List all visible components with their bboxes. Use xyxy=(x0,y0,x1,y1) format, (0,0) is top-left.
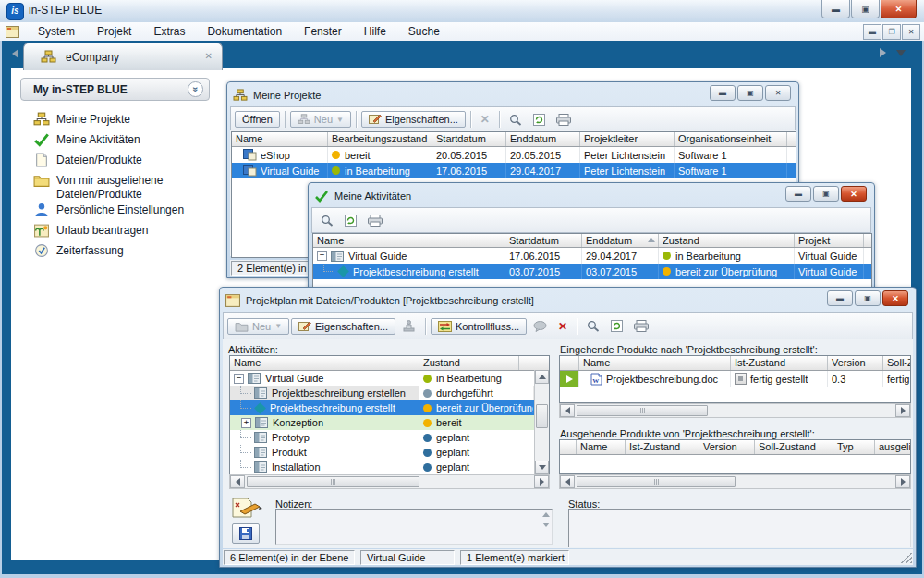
horizontal-scrollbar[interactable] xyxy=(229,474,550,489)
tree-row[interactable]: Projektbeschreibung erstellen durchgefüh… xyxy=(230,386,549,400)
properties-button[interactable]: Eigenschaften... xyxy=(291,318,395,335)
tree-row[interactable]: Prototyp geplant xyxy=(230,430,549,445)
controlflow-button[interactable]: Kontrollfluss... xyxy=(431,318,527,335)
new-button[interactable]: Neu▼ xyxy=(227,318,289,335)
print-icon[interactable] xyxy=(629,317,653,335)
column-header[interactable]: Startdatum xyxy=(432,132,506,146)
sidebar-item-persoenliche-einstellungen[interactable]: Persönliche Einstellungen xyxy=(33,202,209,222)
column-header[interactable]: Projekt xyxy=(795,234,864,247)
tab-close-icon[interactable]: ✕ xyxy=(205,51,213,61)
close-button[interactable]: ✕ xyxy=(765,85,791,101)
refresh-icon[interactable] xyxy=(606,317,627,335)
open-button[interactable]: Öffnen xyxy=(235,111,280,128)
collapse-chevron-icon[interactable]: » xyxy=(188,81,203,97)
menu-dokumentation[interactable]: Dokumentation xyxy=(196,23,293,40)
column-header[interactable]: Organisationseinheit xyxy=(675,132,787,146)
properties-button[interactable]: Eigenschaften... xyxy=(361,111,466,128)
menu-projekt[interactable]: Projekt xyxy=(86,23,142,40)
close-button[interactable]: ✕ xyxy=(882,290,908,306)
column-header[interactable]: Name xyxy=(313,234,505,247)
horizontal-scrollbar[interactable] xyxy=(559,403,911,418)
mdi-restore-button[interactable]: ❐ xyxy=(882,24,901,40)
column-header[interactable]: Startdatum xyxy=(505,234,582,247)
tab-scroll-right-icon[interactable] xyxy=(880,48,886,57)
resize-grip[interactable] xyxy=(901,552,912,563)
delete-icon[interactable]: ✕ xyxy=(553,318,572,335)
column-header[interactable]: Version xyxy=(828,356,883,370)
menu-extras[interactable]: Extras xyxy=(142,23,196,40)
mdi-minimize-button[interactable]: ▬ xyxy=(863,24,881,40)
column-header[interactable]: Name xyxy=(577,440,626,454)
table-row[interactable]: − Virtual Guide 17.06.2015 29.04.2017 in… xyxy=(313,248,871,264)
stamp-icon[interactable] xyxy=(397,317,420,335)
column-header[interactable]: Soll-Zustand xyxy=(883,356,911,370)
minimize-button[interactable]: ▬ xyxy=(785,186,811,202)
column-header[interactable]: Zustand xyxy=(419,356,519,370)
column-header[interactable]: Ist-Zustand xyxy=(731,356,828,370)
refresh-icon[interactable] xyxy=(340,212,361,229)
column-header[interactable]: ausgeliehen xyxy=(875,440,911,454)
tree-row-selected[interactable]: Projektbeschreibung erstellt bereit zur … xyxy=(230,400,549,415)
column-header[interactable]: Soll-Zustand xyxy=(755,440,833,454)
close-button[interactable]: ✕ xyxy=(881,0,917,18)
sidebar-item-ausgeliehene[interactable]: Von mir ausgeliehene Dateien/Produkte xyxy=(33,172,209,202)
tree-row[interactable]: + Konzeption bereit xyxy=(230,415,549,430)
delete-icon[interactable]: ✕ xyxy=(476,111,494,128)
column-header[interactable]: Ist-Zustand xyxy=(626,440,699,454)
sidebar-item-urlaub-beantragen[interactable]: Urlaub beantragen xyxy=(33,222,209,242)
menu-fenster[interactable]: Fenster xyxy=(293,23,353,40)
print-icon[interactable] xyxy=(552,111,576,129)
new-button[interactable]: Neu▼ xyxy=(290,111,351,128)
tree-row[interactable]: Installation geplant xyxy=(230,460,549,474)
column-header[interactable]: Projektleiter xyxy=(580,132,675,146)
sidebar-item-meine-aktivitaeten[interactable]: Meine Aktivitäten xyxy=(33,131,209,152)
maximize-button[interactable]: ▣ xyxy=(813,186,839,202)
horizontal-scrollbar[interactable] xyxy=(559,474,911,489)
column-header[interactable]: Name xyxy=(579,356,731,370)
sidebar-item-meine-projekte[interactable]: Meine Projekte xyxy=(33,111,209,131)
tab-ecompany[interactable]: eCompany ✕ xyxy=(23,43,223,70)
save-notes-button[interactable] xyxy=(232,523,260,544)
minimize-button[interactable]: ▬ xyxy=(827,290,853,306)
notes-textarea[interactable] xyxy=(275,509,553,545)
mdi-close-button[interactable]: ✕ xyxy=(902,24,920,40)
refresh-icon[interactable] xyxy=(529,111,550,129)
tab-scroll-left-icon[interactable] xyxy=(12,49,18,58)
collapse-expander-icon[interactable]: − xyxy=(317,251,327,261)
status-textarea[interactable] xyxy=(568,509,911,547)
sidebar-item-zeiterfassung[interactable]: Zeiterfassung xyxy=(33,242,209,263)
collapse-expander-icon[interactable]: − xyxy=(234,374,244,384)
print-icon[interactable] xyxy=(363,212,387,229)
search-icon[interactable] xyxy=(505,111,527,129)
table-row[interactable]: W Projektbeschreibung.doc fertig gestell… xyxy=(560,371,910,387)
column-header[interactable]: Zustand xyxy=(659,234,795,247)
table-row-selected[interactable]: Projektbeschreibung erstellt 03.07.2015 … xyxy=(313,264,871,279)
tab-list-dropdown-icon[interactable] xyxy=(896,50,906,56)
vertical-scrollbar[interactable] xyxy=(534,370,549,474)
search-icon[interactable] xyxy=(316,212,338,229)
sidebar-item-dateien-produkte[interactable]: Dateien/Produkte xyxy=(33,152,209,172)
expand-expander-icon[interactable]: + xyxy=(241,418,251,428)
column-header[interactable]: Version xyxy=(699,440,755,454)
comment-icon[interactable] xyxy=(529,318,552,335)
menu-hilfe[interactable]: Hilfe xyxy=(353,23,397,40)
table-row[interactable]: eShop bereit 20.05.2015 20.05.2015 Peter… xyxy=(232,147,796,163)
column-header[interactable]: Bearbeitungszustand xyxy=(328,132,432,146)
maximize-button[interactable]: ▣ xyxy=(737,85,763,101)
minimize-button[interactable]: ▬ xyxy=(821,0,850,18)
column-header[interactable]: Enddatum xyxy=(582,234,659,247)
maximize-button[interactable]: ▣ xyxy=(851,0,880,18)
column-header[interactable]: Typ xyxy=(833,440,875,454)
column-header[interactable]: Name xyxy=(232,132,328,146)
window-titlebar[interactable]: Projektplan mit Dateien/Produkten [Proje… xyxy=(223,290,913,310)
state-button-icon[interactable] xyxy=(735,373,747,385)
menu-system[interactable]: System xyxy=(27,23,86,40)
column-header[interactable]: Enddatum xyxy=(506,132,580,146)
column-header[interactable]: Name xyxy=(230,356,419,370)
close-button[interactable]: ✕ xyxy=(841,186,867,202)
sidebar-header[interactable]: My in-STEP BLUE » xyxy=(20,78,210,101)
maximize-button[interactable]: ▣ xyxy=(855,290,881,306)
tree-row[interactable]: Produkt geplant xyxy=(230,445,549,460)
menu-suche[interactable]: Suche xyxy=(397,23,451,40)
minimize-button[interactable]: ▬ xyxy=(710,85,736,101)
